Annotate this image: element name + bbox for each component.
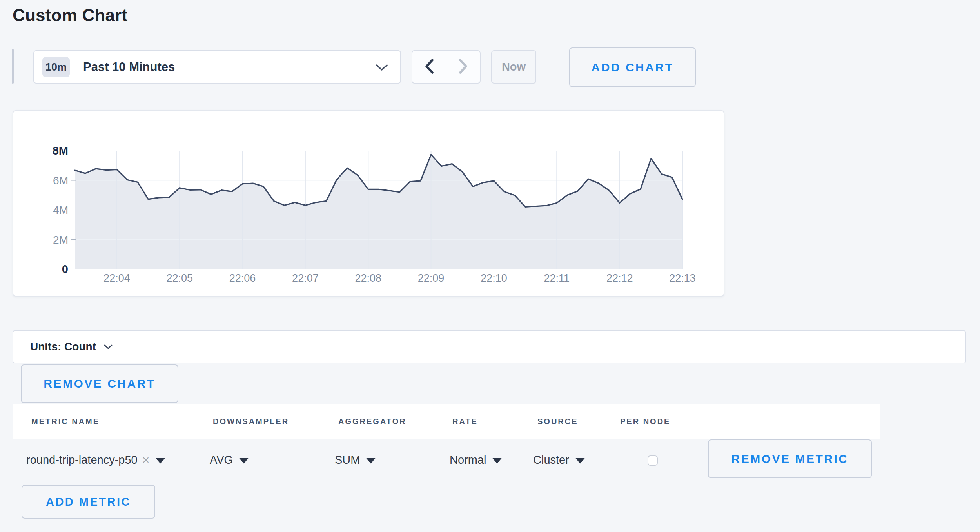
- svg-text:22:10: 22:10: [481, 272, 507, 284]
- source-select[interactable]: Cluster: [533, 454, 585, 466]
- remove-chart-button[interactable]: REMOVE CHART: [21, 364, 178, 403]
- svg-text:22:08: 22:08: [355, 272, 382, 284]
- metric-name-value: round-trip-latency-p50: [26, 454, 138, 466]
- aggregator-value: SUM: [335, 454, 360, 466]
- column-header-downsampler: DOWNSAMPLER: [213, 417, 289, 426]
- column-header-source: SOURCE: [537, 417, 578, 426]
- time-range-badge: 10m: [42, 57, 70, 77]
- svg-text:22:13: 22:13: [669, 272, 696, 284]
- downsampler-select[interactable]: AVG: [210, 454, 249, 466]
- close-icon[interactable]: ×: [142, 453, 150, 467]
- svg-text:6M: 6M: [53, 175, 68, 187]
- time-pager: [412, 50, 481, 84]
- svg-text:22:04: 22:04: [103, 272, 130, 284]
- units-dropdown-label: Units: Count: [30, 341, 96, 353]
- svg-text:22:12: 22:12: [606, 272, 633, 284]
- caret-down-icon: [492, 458, 502, 463]
- svg-text:0: 0: [62, 263, 68, 275]
- svg-text:22:09: 22:09: [418, 272, 445, 284]
- svg-text:22:06: 22:06: [229, 272, 256, 284]
- rate-value: Normal: [450, 454, 486, 466]
- per-node-checkbox[interactable]: [648, 455, 658, 466]
- column-header-metric-name: METRIC NAME: [31, 417, 100, 426]
- next-timespan-button[interactable]: [446, 51, 480, 83]
- source-value: Cluster: [533, 454, 569, 466]
- svg-text:4M: 4M: [53, 204, 68, 216]
- downsampler-value: AVG: [210, 454, 233, 466]
- metric-name-select[interactable]: round-trip-latency-p50 ×: [26, 453, 165, 467]
- chevron-right-icon: [459, 58, 468, 75]
- chevron-down-icon: [104, 344, 113, 351]
- custom-chart-page: Custom Chart 10m Past 10 Minutes Now ADD…: [0, 0, 980, 532]
- column-header-per-node: PER NODE: [620, 417, 670, 426]
- caret-down-icon: [239, 458, 249, 463]
- chevron-down-icon: [376, 64, 388, 73]
- add-chart-button[interactable]: ADD CHART: [569, 47, 696, 87]
- metric-area-chart[interactable]: 02M4M6M8M22:0422:0522:0622:0722:0822:092…: [13, 111, 724, 296]
- svg-text:22:05: 22:05: [166, 272, 193, 284]
- caret-down-icon: [575, 458, 585, 463]
- metrics-table-header: METRIC NAME DOWNSAMPLER AGGREGATOR RATE …: [13, 404, 880, 439]
- svg-text:22:07: 22:07: [292, 272, 319, 284]
- now-button[interactable]: Now: [491, 50, 536, 84]
- remove-metric-button[interactable]: REMOVE METRIC: [708, 439, 872, 478]
- time-range-dropdown[interactable]: 10m Past 10 Minutes: [33, 50, 401, 84]
- caret-down-icon: [156, 458, 165, 463]
- caret-down-icon: [366, 458, 376, 463]
- rate-select[interactable]: Normal: [450, 454, 502, 466]
- column-header-rate: RATE: [452, 417, 478, 426]
- svg-text:2M: 2M: [53, 234, 68, 246]
- add-metric-button[interactable]: ADD METRIC: [22, 485, 155, 519]
- units-dropdown[interactable]: Units: Count: [13, 330, 966, 363]
- page-title: Custom Chart: [13, 5, 127, 25]
- aggregator-select[interactable]: SUM: [335, 454, 376, 466]
- previous-timespan-button[interactable]: [412, 51, 446, 83]
- column-header-aggregator: AGGREGATOR: [338, 417, 407, 426]
- toolbar-accent-bar: [12, 49, 14, 84]
- svg-text:8M: 8M: [53, 144, 68, 157]
- svg-text:22:11: 22:11: [544, 272, 570, 284]
- chart-card: 02M4M6M8M22:0422:0522:0622:0722:0822:092…: [13, 110, 724, 297]
- chevron-left-icon: [425, 58, 434, 75]
- time-range-label: Past 10 Minutes: [83, 60, 175, 74]
